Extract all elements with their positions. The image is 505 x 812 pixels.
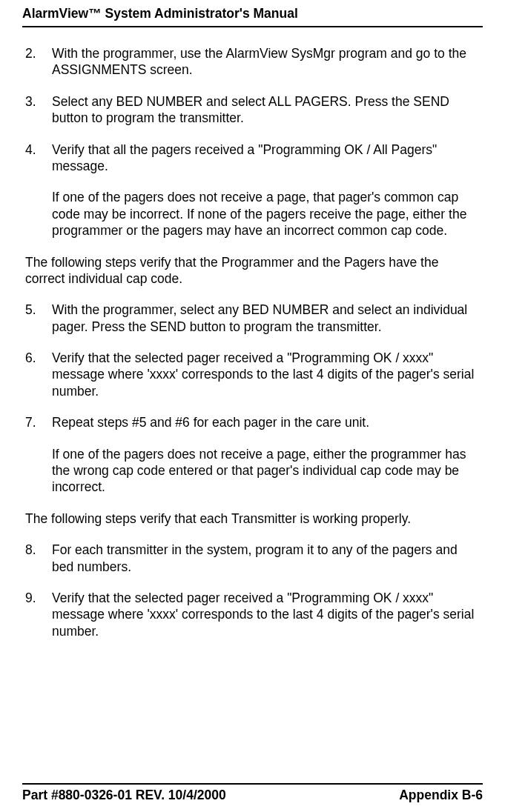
step-6: 6. Verify that the selected pager receiv… xyxy=(22,350,483,399)
step-subtext: If one of the pagers does not receive a … xyxy=(52,189,475,239)
intro-paragraph-2: The following steps verify that each Tra… xyxy=(22,510,483,527)
step-text: Repeat steps #5 and #6 for each pager in… xyxy=(52,414,483,496)
step-number: 3. xyxy=(22,93,52,127)
step-number: 2. xyxy=(22,45,52,79)
footer-rule xyxy=(22,783,483,785)
step-text: Select any BED NUMBER and select ALL PAG… xyxy=(52,93,483,127)
page-container: AlarmView™ System Administrator's Manual… xyxy=(0,0,505,639)
footer-left: Part #880-0326-01 REV. 10/4/2000 xyxy=(22,788,226,803)
step-text: Verify that all the pagers received a "P… xyxy=(52,142,483,239)
step-number: 5. xyxy=(22,302,52,335)
step-number: 8. xyxy=(22,542,52,575)
step-text: Verify that the selected pager received … xyxy=(52,350,483,399)
step-number: 9. xyxy=(22,590,52,639)
step-3: 3. Select any BED NUMBER and select ALL … xyxy=(22,93,483,127)
step-number: 7. xyxy=(22,414,52,496)
step-number: 4. xyxy=(22,142,52,239)
intro-paragraph-1: The following steps verify that the Prog… xyxy=(22,254,483,287)
header-title: AlarmView™ System Administrator's Manual xyxy=(22,6,483,26)
step-number: 6. xyxy=(22,350,52,399)
step-text: For each transmitter in the system, prog… xyxy=(52,542,483,575)
step-9: 9. Verify that the selected pager receiv… xyxy=(22,590,483,639)
content-area: 2. With the programmer, use the AlarmVie… xyxy=(22,27,483,639)
step-4: 4. Verify that all the pagers received a… xyxy=(22,142,483,239)
step-text-main: Verify that all the pagers received a "P… xyxy=(52,142,437,173)
step-2: 2. With the programmer, use the AlarmVie… xyxy=(22,45,483,79)
footer: Part #880-0326-01 REV. 10/4/2000 Appendi… xyxy=(22,783,483,803)
step-text: Verify that the selected pager received … xyxy=(52,590,483,639)
step-text: With the programmer, select any BED NUMB… xyxy=(52,302,483,335)
step-7: 7. Repeat steps #5 and #6 for each pager… xyxy=(22,414,483,496)
step-5: 5. With the programmer, select any BED N… xyxy=(22,302,483,335)
footer-row: Part #880-0326-01 REV. 10/4/2000 Appendi… xyxy=(22,788,483,803)
step-8: 8. For each transmitter in the system, p… xyxy=(22,542,483,575)
step-text: With the programmer, use the AlarmView S… xyxy=(52,45,483,79)
step-subtext: If one of the pagers does not receive a … xyxy=(52,446,475,496)
footer-right: Appendix B-6 xyxy=(399,788,483,803)
step-text-main: Repeat steps #5 and #6 for each pager in… xyxy=(52,415,369,430)
